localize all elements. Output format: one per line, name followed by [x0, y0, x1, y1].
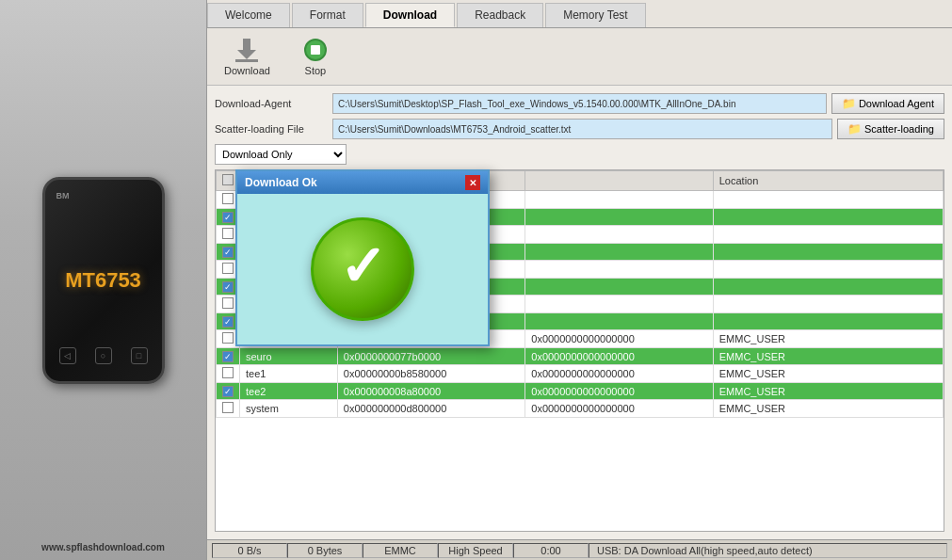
row-size [525, 296, 713, 313]
scatter-label: Scatter-loading File [215, 123, 328, 135]
download-agent-row: Download-Agent 📁 Download Agent [215, 93, 944, 114]
modal-dialog: Download Ok ✕ ✓ [235, 169, 490, 346]
status-connection: High Speed [438, 543, 513, 558]
row-begin: 0x00000000b8580000 [337, 365, 524, 383]
stop-button[interactable]: Stop [287, 33, 344, 80]
download-agent-button[interactable]: 📁 Download Agent [831, 93, 944, 114]
row-size [525, 226, 713, 244]
phone-btn-back: ◁ [59, 347, 76, 364]
phone-btn-menu: □ [131, 347, 148, 364]
status-time: 0:00 [513, 543, 589, 558]
left-panel: BM MT6753 ◁ ○ □ www.spflashdownload.com [0, 0, 207, 560]
modal-close-button[interactable]: ✕ [465, 175, 480, 190]
col-header-location: Location [713, 171, 943, 191]
folder2-icon: 📁 [847, 122, 862, 136]
row-checkbox[interactable]: ✓ [222, 386, 234, 397]
status-speed: 0 B/s [212, 543, 287, 558]
row-checkbox[interactable] [222, 332, 234, 344]
row-checkbox[interactable] [222, 297, 234, 309]
row-checkbox[interactable]: ✓ [222, 351, 234, 362]
status-usb-info: USB: DA Download All(high speed,auto det… [589, 543, 947, 558]
status-bar: 0 B/s 0 Bytes EMMC High Speed 0:00 USB: … [207, 539, 952, 560]
row-location: EMMC_USER [713, 348, 943, 365]
phone-buttons: ◁ ○ □ [59, 347, 148, 364]
stop-icon [302, 37, 329, 63]
row-location [713, 313, 943, 330]
row-checkbox[interactable]: ✓ [222, 281, 234, 293]
row-location: EMMC_USER [713, 330, 943, 348]
row-location [713, 279, 943, 296]
phone-brand: BM [56, 191, 70, 200]
row-location [713, 296, 943, 313]
download-agent-label: Download-Agent [215, 98, 328, 109]
row-size [525, 261, 713, 279]
row-begin: 0x000000000d800000 [337, 400, 524, 418]
table-row: ✓seuro0x0000000077b00000x000000000000000… [217, 348, 944, 365]
row-size [525, 209, 713, 226]
row-size: 0x0000000000000000 [525, 330, 713, 348]
folder-icon: 📁 [842, 97, 856, 110]
row-checkbox[interactable] [222, 263, 234, 274]
row-size: 0x0000000000000000 [525, 365, 713, 383]
table-row: tee10x00000000b85800000x0000000000000000… [217, 365, 944, 383]
svg-marker-1 [237, 50, 256, 59]
tab-readback[interactable]: Readback [457, 3, 543, 27]
tab-download[interactable]: Download [365, 3, 455, 27]
header-checkbox[interactable] [222, 174, 234, 185]
stop-label: Stop [305, 65, 327, 76]
dropdown-row: Download Only Firmware Upgrade Format Al… [215, 144, 944, 165]
scatter-button[interactable]: 📁 Scatter-loading [837, 119, 944, 139]
row-size [525, 313, 713, 330]
row-name: seuro [240, 348, 338, 365]
row-size [525, 244, 713, 261]
scatter-input[interactable] [332, 119, 832, 139]
website-label: www.spflashdownload.com [41, 542, 165, 552]
row-size: 0x0000000000000000 [525, 348, 713, 365]
row-location [713, 226, 943, 244]
row-checkbox[interactable] [222, 193, 234, 204]
row-begin: 0x0000000077b0000 [337, 348, 524, 365]
row-name: tee1 [240, 365, 338, 383]
row-name: system [240, 400, 338, 418]
tab-format[interactable]: Format [292, 3, 363, 27]
row-location: EMMC_USER [713, 383, 943, 400]
row-checkbox[interactable] [222, 367, 234, 378]
tab-welcome[interactable]: Welcome [207, 3, 290, 27]
checkmark-circle: ✓ [311, 217, 414, 321]
status-size: 0 Bytes [287, 543, 363, 558]
status-type: EMMC [363, 543, 438, 558]
download-button[interactable]: Download [217, 33, 278, 80]
phone-btn-home: ○ [95, 347, 112, 364]
row-checkbox[interactable]: ✓ [222, 212, 234, 223]
download-mode-dropdown[interactable]: Download Only Firmware Upgrade Format Al… [215, 144, 347, 165]
download-label: Download [224, 65, 270, 76]
row-begin: 0x000000008a80000 [337, 383, 524, 400]
table-row: ✓tee20x000000008a800000x0000000000000000… [217, 383, 944, 400]
row-checkbox[interactable] [222, 228, 234, 239]
row-name: tee2 [240, 383, 338, 400]
row-size [525, 191, 713, 209]
row-size [525, 279, 713, 296]
phone-device: BM MT6753 ◁ ○ □ [42, 177, 165, 384]
row-location [713, 191, 943, 209]
row-location: EMMC_USER [713, 365, 943, 383]
svg-rect-0 [243, 39, 250, 50]
download-icon [234, 37, 260, 63]
row-location [713, 261, 943, 279]
modal-title: Download Ok [245, 176, 317, 189]
col-header-size [525, 171, 713, 191]
download-agent-input[interactable] [332, 93, 827, 114]
tab-bar: Welcome Format Download Readback Memory … [207, 0, 952, 28]
tab-memory-test[interactable]: Memory Test [545, 3, 645, 27]
phone-model: MT6753 [65, 268, 141, 293]
row-size: 0x0000000000000000 [525, 400, 713, 418]
row-checkbox[interactable] [222, 402, 234, 413]
toolbar: Download Stop [207, 28, 952, 86]
svg-rect-2 [235, 59, 258, 62]
checkmark-symbol: ✓ [339, 239, 386, 296]
row-location [713, 244, 943, 261]
scatter-loading-row: Scatter-loading File 📁 Scatter-loading [215, 119, 944, 139]
row-checkbox[interactable]: ✓ [222, 316, 234, 328]
modal-body: ✓ [237, 194, 488, 344]
row-checkbox[interactable]: ✓ [222, 247, 234, 258]
